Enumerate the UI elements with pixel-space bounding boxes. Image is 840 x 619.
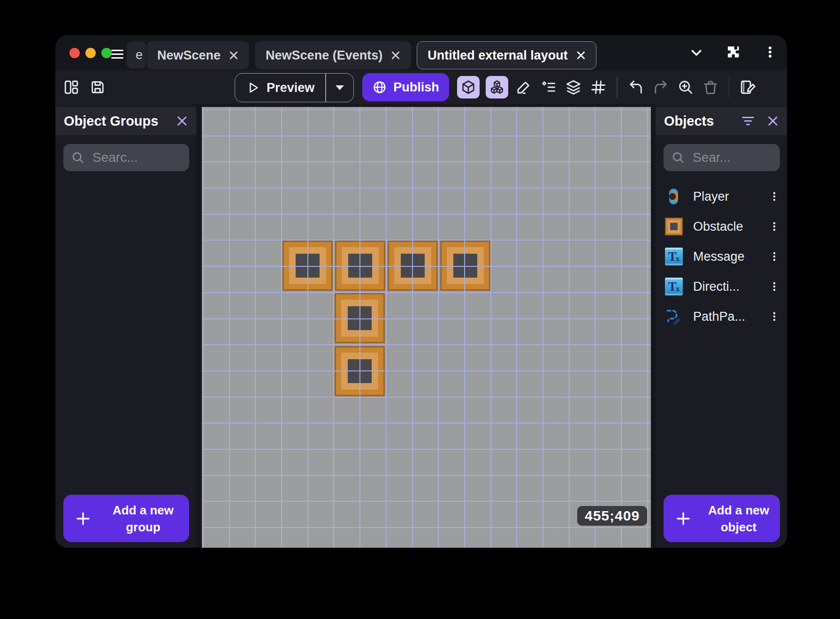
- tab-untitled-external-layout[interactable]: Untitled external layout: [417, 41, 596, 69]
- toolbar-left-group: [62, 70, 107, 104]
- preview-options-caret[interactable]: [326, 84, 353, 91]
- object-groups-search: [63, 144, 189, 171]
- objects-header: Objects: [656, 107, 787, 135]
- scene-properties-edit-icon[interactable]: [738, 78, 757, 97]
- tab-bar: e NewScene NewScene (Events) Untitled ex…: [55, 35, 787, 70]
- tab-newscene-events[interactable]: NewScene (Events): [255, 41, 411, 69]
- save-icon[interactable]: [88, 78, 107, 97]
- play-icon: [246, 81, 260, 95]
- instances-list-icon[interactable]: [539, 78, 558, 97]
- text-object-icon: Tx: [665, 248, 683, 265]
- selection-3d-cube-icon[interactable]: [457, 76, 480, 98]
- toolbar-separator: [617, 77, 618, 98]
- grid-overlay: [202, 107, 651, 548]
- object-menu-kebab-icon[interactable]: [768, 249, 780, 264]
- close-tab-icon[interactable]: [576, 51, 586, 60]
- plus-icon: [75, 510, 92, 527]
- globe-icon: [372, 80, 387, 95]
- close-panel-icon[interactable]: [767, 115, 779, 127]
- trash-icon[interactable]: [701, 78, 720, 97]
- search-icon: [671, 151, 685, 165]
- object-row-message[interactable]: Tx Message: [656, 242, 787, 272]
- objects-panel: Objects Player: [656, 104, 787, 548]
- object-row-pathpaint[interactable]: PathPa...: [656, 302, 787, 332]
- obstacle-instance[interactable]: [335, 346, 385, 396]
- obstacle-instance[interactable]: [335, 293, 385, 343]
- chevron-down-icon[interactable]: [688, 45, 705, 60]
- close-tab-icon[interactable]: [229, 51, 238, 60]
- preview-button[interactable]: Preview: [235, 73, 354, 102]
- object-groups-header: Object Groups: [55, 107, 196, 135]
- obstacle-instance[interactable]: [335, 241, 385, 291]
- redo-icon[interactable]: [651, 78, 670, 97]
- obstacle-tile-icon: [665, 218, 683, 235]
- add-object-button[interactable]: Add a new object: [664, 495, 780, 542]
- cursor-coordinates-badge: 455;409: [577, 506, 647, 526]
- toggle-panels-icon[interactable]: [62, 78, 81, 97]
- window-more-kebab-icon[interactable]: [763, 44, 777, 60]
- filter-icon[interactable]: [741, 115, 755, 127]
- object-menu-kebab-icon[interactable]: [768, 309, 780, 325]
- main-menu-icon[interactable]: [111, 47, 123, 59]
- app-window: e NewScene NewScene (Events) Untitled ex…: [55, 35, 787, 548]
- tab-hidden-fragment[interactable]: e: [127, 41, 146, 68]
- minimize-window-button[interactable]: [85, 48, 96, 58]
- publish-button[interactable]: Publish: [362, 73, 449, 101]
- obstacle-instance[interactable]: [440, 241, 490, 291]
- main-area: Object Groups Add a new group 455;4: [55, 104, 787, 548]
- object-row-player[interactable]: Player: [656, 181, 787, 211]
- close-panel-icon[interactable]: [176, 115, 188, 127]
- text-object-icon: Tx: [665, 278, 683, 295]
- toolbar: Preview Publish: [55, 70, 787, 104]
- objects-search: [664, 144, 780, 171]
- zoom-in-icon[interactable]: [676, 78, 695, 97]
- instances-cubes-icon[interactable]: [486, 76, 508, 98]
- object-menu-kebab-icon[interactable]: [768, 189, 780, 204]
- screenshot-stage: e NewScene NewScene (Events) Untitled ex…: [0, 0, 840, 619]
- obstacle-instance[interactable]: [388, 241, 438, 291]
- layers-icon[interactable]: [564, 78, 583, 97]
- extensions-puzzle-icon[interactable]: [724, 44, 741, 60]
- toolbar-tools-group: [457, 70, 757, 104]
- edit-pencil-icon[interactable]: [514, 78, 533, 97]
- object-row-directions[interactable]: Tx Directi...: [656, 272, 787, 302]
- toolbar-separator: [729, 77, 730, 98]
- objects-title: Objects: [664, 113, 741, 129]
- maximize-window-button[interactable]: [101, 48, 112, 58]
- window-controls: [69, 48, 112, 58]
- object-menu-kebab-icon[interactable]: [768, 279, 780, 294]
- close-window-button[interactable]: [69, 48, 80, 58]
- obstacle-instance[interactable]: [283, 241, 333, 291]
- close-tab-icon[interactable]: [391, 51, 400, 60]
- object-menu-kebab-icon[interactable]: [768, 219, 780, 234]
- player-sprite-icon: [665, 188, 683, 205]
- path-paint-icon: [665, 308, 683, 325]
- plus-icon: [675, 510, 692, 527]
- tab-strip: NewScene NewScene (Events) Untitled exte…: [146, 41, 596, 69]
- object-row-obstacle[interactable]: Obstacle: [656, 211, 787, 242]
- layout-canvas[interactable]: 455;409: [202, 107, 651, 548]
- grid-icon[interactable]: [589, 78, 608, 97]
- object-groups-title: Object Groups: [64, 113, 176, 129]
- tab-newscene[interactable]: NewScene: [146, 41, 249, 69]
- add-group-button[interactable]: Add a new group: [63, 495, 189, 542]
- search-icon: [71, 151, 85, 165]
- objects-list: Player Obstacle Tx Message Tx Directi...: [656, 181, 787, 332]
- undo-icon[interactable]: [626, 78, 645, 97]
- object-groups-panel: Object Groups Add a new group: [55, 104, 196, 548]
